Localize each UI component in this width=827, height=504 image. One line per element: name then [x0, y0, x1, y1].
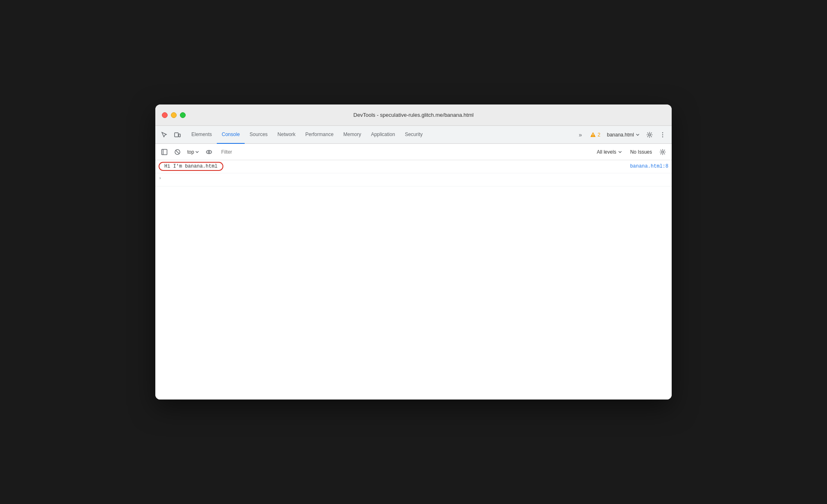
- file-selector-button[interactable]: banana.html: [604, 130, 642, 139]
- window-title: DevTools - speculative-rules.glitch.me/b…: [353, 112, 473, 118]
- devtools-window: DevTools - speculative-rules.glitch.me/b…: [155, 104, 672, 400]
- maximize-button[interactable]: [180, 112, 186, 118]
- warning-icon: [590, 132, 596, 138]
- console-log-message: Hi I'm banana.html: [159, 162, 223, 171]
- device-toggle-icon[interactable]: [172, 129, 183, 141]
- console-source-link[interactable]: banana.html:8: [630, 163, 668, 169]
- svg-point-6: [662, 136, 663, 137]
- tab-application[interactable]: Application: [366, 126, 400, 144]
- log-levels-button[interactable]: All levels: [593, 148, 625, 157]
- svg-point-5: [662, 134, 663, 135]
- title-bar: DevTools - speculative-rules.glitch.me/b…: [155, 104, 672, 126]
- tab-performance[interactable]: Performance: [300, 126, 339, 144]
- settings-icon[interactable]: [644, 129, 655, 141]
- svg-point-11: [206, 150, 211, 154]
- sidebar-icon: [161, 149, 168, 155]
- tab-security[interactable]: Security: [400, 126, 427, 144]
- chevron-down-icon: [636, 133, 640, 137]
- svg-point-2: [593, 136, 593, 136]
- no-issues-button[interactable]: No Issues: [627, 148, 655, 157]
- sidebar-toggle-button[interactable]: [159, 146, 170, 158]
- tab-network[interactable]: Network: [273, 126, 300, 144]
- svg-point-3: [649, 134, 651, 136]
- tabs-container: Elements Console Sources Network Perform…: [186, 126, 575, 144]
- live-expressions-button[interactable]: [203, 146, 215, 158]
- svg-line-10: [176, 150, 179, 154]
- clear-console-button[interactable]: [172, 146, 183, 158]
- context-selector-button[interactable]: top: [185, 148, 202, 156]
- svg-point-12: [208, 151, 210, 153]
- tab-memory[interactable]: Memory: [339, 126, 366, 144]
- svg-rect-0: [175, 133, 178, 137]
- more-tabs-button[interactable]: »: [575, 129, 586, 141]
- console-log-row: Hi I'm banana.html banana.html:8: [155, 160, 672, 173]
- svg-rect-7: [162, 149, 167, 154]
- tab-bar: Elements Console Sources Network Perform…: [155, 126, 672, 144]
- svg-point-4: [662, 132, 663, 133]
- svg-point-13: [662, 151, 664, 153]
- tab-bar-icons: [159, 129, 183, 141]
- tab-bar-right: » 2 banana.html: [575, 129, 668, 141]
- inspect-element-icon[interactable]: [159, 129, 170, 141]
- console-expand-row: ›: [155, 173, 672, 186]
- eye-icon: [206, 149, 212, 155]
- console-toolbar: top All levels: [155, 144, 672, 160]
- issues-warning-button[interactable]: 2: [588, 130, 603, 139]
- minimize-button[interactable]: [171, 112, 177, 118]
- svg-rect-1: [179, 134, 180, 137]
- filter-container: [220, 147, 589, 157]
- tab-sources[interactable]: Sources: [245, 126, 273, 144]
- console-gear-icon: [659, 149, 666, 155]
- levels-chevron-icon: [618, 150, 622, 154]
- console-log-entry: Hi I'm banana.html banana.html:8: [159, 162, 668, 171]
- filter-input[interactable]: [221, 147, 589, 157]
- tab-console[interactable]: Console: [217, 126, 245, 144]
- close-button[interactable]: [162, 112, 168, 118]
- more-options-icon[interactable]: [657, 129, 668, 141]
- console-toolbar-right: All levels No Issues: [593, 146, 668, 158]
- context-chevron-icon: [195, 150, 199, 154]
- expand-arrow-icon[interactable]: ›: [159, 175, 161, 181]
- console-settings-button[interactable]: [657, 146, 668, 158]
- console-toolbar-left: top: [159, 146, 215, 158]
- clear-icon: [174, 149, 181, 155]
- traffic-lights: [162, 112, 186, 118]
- console-content: Hi I'm banana.html banana.html:8 ›: [155, 160, 672, 400]
- tab-elements[interactable]: Elements: [186, 126, 217, 144]
